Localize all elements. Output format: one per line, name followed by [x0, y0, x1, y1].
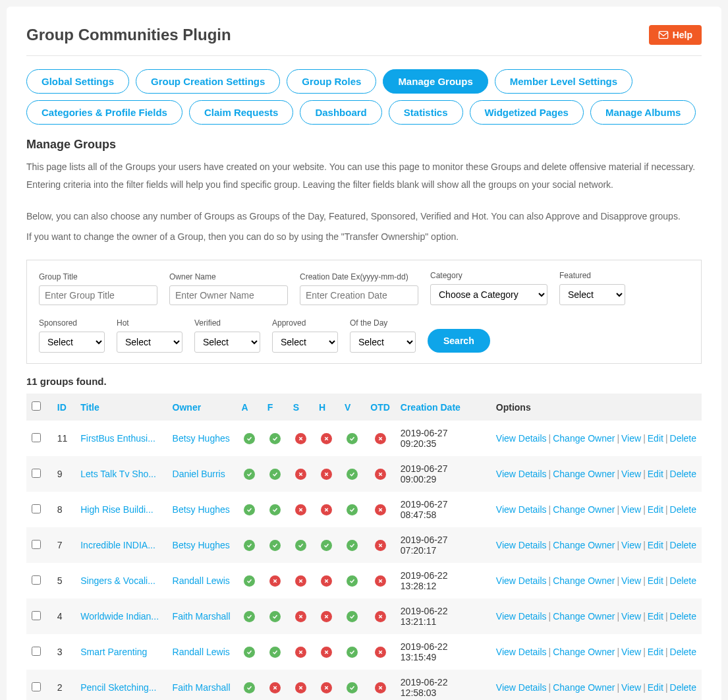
- group-title-link[interactable]: Lets Talk Tv Sho...: [80, 469, 156, 479]
- change-owner-link[interactable]: Change Owner: [553, 469, 615, 479]
- owner-link[interactable]: Faith Marshall: [173, 611, 231, 622]
- row-checkbox[interactable]: [32, 575, 41, 585]
- change-owner-link[interactable]: Change Owner: [553, 504, 615, 515]
- check-icon[interactable]: [347, 433, 358, 444]
- view-link[interactable]: View: [621, 540, 641, 550]
- edit-link[interactable]: Edit: [648, 469, 663, 479]
- delete-link[interactable]: Delete: [670, 575, 696, 586]
- view-details-link[interactable]: View Details: [496, 575, 547, 586]
- group-title-link[interactable]: Singers & Vocali...: [80, 575, 155, 586]
- check-icon[interactable]: [244, 611, 255, 622]
- col-date[interactable]: Creation Date: [395, 394, 491, 421]
- group-title-link[interactable]: High Rise Buildi...: [80, 504, 154, 515]
- owner-link[interactable]: Betsy Hughes: [173, 540, 230, 550]
- check-icon[interactable]: [321, 540, 332, 551]
- view-link[interactable]: View: [621, 575, 641, 586]
- col-s[interactable]: S: [288, 394, 314, 421]
- owner-link[interactable]: Daniel Burris: [173, 469, 225, 479]
- x-icon[interactable]: [321, 433, 332, 444]
- x-icon[interactable]: [375, 433, 386, 444]
- col-otd[interactable]: OTD: [365, 394, 395, 421]
- x-icon[interactable]: [321, 682, 332, 693]
- view-details-link[interactable]: View Details: [496, 433, 547, 444]
- x-icon[interactable]: [375, 647, 386, 658]
- category-select[interactable]: Choose a Category: [430, 284, 547, 305]
- row-checkbox[interactable]: [32, 504, 41, 513]
- row-checkbox[interactable]: [32, 540, 41, 549]
- tab-widgetized-pages[interactable]: Widgetized Pages: [470, 100, 584, 125]
- x-icon[interactable]: [375, 540, 386, 551]
- edit-link[interactable]: Edit: [648, 575, 663, 586]
- x-icon[interactable]: [321, 504, 332, 515]
- view-link[interactable]: View: [621, 611, 641, 622]
- tab-dashboard[interactable]: Dashboard: [300, 100, 381, 125]
- owner-link[interactable]: Randall Lewis: [173, 575, 230, 586]
- tab-categories-profile-fields[interactable]: Categories & Profile Fields: [26, 100, 182, 125]
- tab-statistics[interactable]: Statistics: [389, 100, 463, 125]
- x-icon[interactable]: [295, 682, 306, 693]
- check-icon[interactable]: [244, 504, 255, 515]
- check-icon[interactable]: [347, 575, 358, 587]
- change-owner-link[interactable]: Change Owner: [553, 611, 615, 622]
- row-checkbox[interactable]: [32, 469, 41, 478]
- owner-link[interactable]: Faith Marshall: [173, 682, 231, 693]
- approved-select[interactable]: Select: [272, 332, 338, 353]
- featured-select[interactable]: Select: [559, 284, 625, 305]
- help-button[interactable]: Help: [649, 25, 702, 45]
- tab-claim-requests[interactable]: Claim Requests: [189, 100, 294, 125]
- row-checkbox[interactable]: [32, 611, 41, 620]
- check-icon[interactable]: [269, 433, 281, 444]
- view-link[interactable]: View: [621, 647, 641, 657]
- x-icon[interactable]: [321, 647, 332, 658]
- tab-manage-albums[interactable]: Manage Albums: [590, 100, 696, 125]
- change-owner-link[interactable]: Change Owner: [553, 540, 615, 550]
- verified-select[interactable]: Select: [194, 332, 260, 353]
- change-owner-link[interactable]: Change Owner: [553, 433, 615, 444]
- check-icon[interactable]: [269, 504, 281, 515]
- check-icon[interactable]: [347, 611, 358, 622]
- check-icon[interactable]: [244, 540, 255, 551]
- of-the-day-select[interactable]: Select: [350, 332, 416, 353]
- owner-link[interactable]: Betsy Hughes: [173, 433, 230, 444]
- delete-link[interactable]: Delete: [670, 433, 696, 444]
- check-icon[interactable]: [269, 469, 281, 480]
- check-icon[interactable]: [269, 611, 281, 622]
- col-h[interactable]: H: [314, 394, 339, 421]
- check-icon[interactable]: [244, 433, 255, 444]
- x-icon[interactable]: [295, 611, 306, 622]
- check-icon[interactable]: [347, 469, 358, 480]
- col-a[interactable]: A: [237, 394, 262, 421]
- check-icon[interactable]: [347, 682, 358, 693]
- x-icon[interactable]: [295, 433, 306, 444]
- check-icon[interactable]: [347, 540, 358, 551]
- tab-group-roles[interactable]: Group Roles: [287, 69, 376, 94]
- tab-group-creation-settings[interactable]: Group Creation Settings: [136, 69, 280, 94]
- group-title-link[interactable]: Smart Parenting: [80, 647, 147, 657]
- view-details-link[interactable]: View Details: [496, 647, 547, 657]
- x-icon[interactable]: [295, 647, 306, 658]
- row-checkbox[interactable]: [32, 647, 41, 656]
- check-icon[interactable]: [295, 540, 306, 551]
- col-v[interactable]: V: [339, 394, 365, 421]
- delete-link[interactable]: Delete: [670, 611, 696, 622]
- x-icon[interactable]: [321, 611, 332, 622]
- check-icon[interactable]: [244, 469, 255, 480]
- view-details-link[interactable]: View Details: [496, 611, 547, 622]
- x-icon[interactable]: [295, 469, 306, 480]
- x-icon[interactable]: [321, 469, 332, 480]
- tab-member-level-settings[interactable]: Member Level Settings: [495, 69, 632, 94]
- col-id[interactable]: ID: [52, 394, 75, 421]
- view-details-link[interactable]: View Details: [496, 540, 547, 550]
- change-owner-link[interactable]: Change Owner: [553, 575, 615, 586]
- edit-link[interactable]: Edit: [648, 504, 663, 515]
- col-owner[interactable]: Owner: [167, 394, 237, 421]
- owner-link[interactable]: Randall Lewis: [173, 647, 230, 657]
- group-title-link[interactable]: Worldwide Indian...: [80, 611, 159, 622]
- view-link[interactable]: View: [621, 682, 641, 693]
- view-link[interactable]: View: [621, 469, 641, 479]
- view-details-link[interactable]: View Details: [496, 682, 547, 693]
- delete-link[interactable]: Delete: [670, 540, 696, 550]
- x-icon[interactable]: [375, 682, 386, 693]
- change-owner-link[interactable]: Change Owner: [553, 682, 615, 693]
- select-all-checkbox[interactable]: [32, 401, 41, 411]
